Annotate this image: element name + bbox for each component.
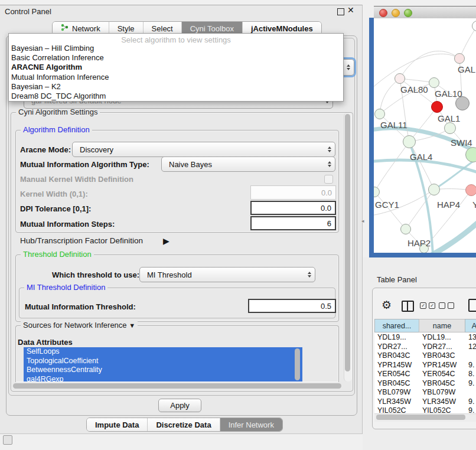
settings-vscroll-thumb[interactable] bbox=[345, 114, 350, 371]
table-cell[interactable]: YER054C bbox=[376, 370, 420, 379]
threshold-definition-title: Threshold Definition bbox=[21, 250, 94, 259]
table-cell[interactable]: YLR345W bbox=[420, 397, 465, 407]
table-cell[interactable]: YBR043C bbox=[376, 351, 420, 361]
apply-button[interactable]: Apply bbox=[158, 399, 201, 412]
tab-impute-data[interactable]: Impute Data bbox=[87, 418, 148, 431]
network-node[interactable] bbox=[429, 77, 439, 88]
mi-threshold-field[interactable]: 0.5 bbox=[248, 299, 336, 313]
apply-button-label: Apply bbox=[170, 401, 190, 410]
mi-steps-field[interactable]: 6 bbox=[250, 216, 336, 230]
list-item[interactable]: SelfLoops bbox=[24, 347, 302, 357]
manual-kernel-width-checkbox[interactable] bbox=[324, 175, 333, 184]
tab-discretize-data[interactable]: Discretize Data bbox=[148, 418, 220, 431]
network-node[interactable] bbox=[400, 224, 411, 234]
table-cell[interactable]: YDR27... bbox=[376, 343, 420, 352]
export-table-icon[interactable] bbox=[468, 299, 476, 312]
table-cell[interactable]: YBR045C bbox=[420, 379, 465, 389]
mi-threshold-label: Mutual Information Threshold: bbox=[25, 302, 136, 311]
kernel-width-field[interactable]: 0.0 bbox=[250, 185, 336, 200]
dpi-tolerance-value: 0.0 bbox=[321, 204, 331, 213]
table-cell[interactable]: 8. bbox=[467, 370, 476, 379]
table-cell[interactable]: YPR145W bbox=[420, 361, 465, 370]
tab-network-label: Network bbox=[72, 24, 100, 33]
table-cell[interactable]: 12 bbox=[467, 343, 476, 352]
splitter-arrow-icon[interactable]: ◂ bbox=[361, 218, 364, 224]
attribute-list-scrollbar[interactable] bbox=[295, 348, 300, 380]
network-node-selected-red[interactable] bbox=[431, 101, 443, 113]
dropdown-item[interactable]: Bayesian – Hill Climbing bbox=[9, 44, 343, 53]
column-header-shared-name[interactable]: shared... bbox=[374, 319, 419, 332]
network-window-titlebar[interactable] bbox=[374, 6, 476, 19]
close-panel-icon[interactable]: ✕ bbox=[347, 5, 354, 15]
network-node-salmon[interactable] bbox=[465, 184, 476, 196]
combo-arrows-icon bbox=[304, 272, 315, 278]
table-cell[interactable]: YBL079W bbox=[420, 388, 465, 397]
hub-disclosure-collapsed-icon[interactable]: ▶ bbox=[163, 236, 169, 246]
table-cell[interactable]: 13 bbox=[467, 333, 476, 343]
dropdown-item[interactable]: Bayesian – K2 bbox=[9, 82, 343, 92]
table-cell[interactable] bbox=[467, 388, 476, 397]
list-item[interactable]: TopologicalCoefficient bbox=[24, 357, 302, 366]
network-node[interactable] bbox=[454, 53, 465, 64]
table-cell[interactable]: YLR345W bbox=[376, 397, 420, 407]
network-view-canvas[interactable]: GAL GAL80 GAL10 GAL1 GAL11 SWI4 GAL4 GCY… bbox=[374, 18, 476, 253]
cyni-bottom-tabbar: Impute Data Discretize Data Infer Networ… bbox=[86, 418, 283, 432]
select-all-columns-icon[interactable]: ✓✓ bbox=[420, 302, 435, 309]
mi-algorithm-type-combo[interactable]: Naive Bayes bbox=[161, 156, 335, 172]
network-node[interactable] bbox=[428, 184, 440, 195]
dropdown-item[interactable]: Basic Correlation Inference bbox=[9, 53, 343, 63]
table-cell[interactable]: YIL052C bbox=[420, 406, 465, 413]
minimized-panel-icon[interactable] bbox=[3, 435, 12, 445]
table-cell[interactable]: YPR145W bbox=[376, 361, 420, 370]
node-label: GAL80 bbox=[400, 84, 428, 94]
dropdown-item[interactable]: Mutual Information Inference bbox=[9, 73, 343, 82]
table-cell[interactable]: 9. bbox=[467, 397, 476, 407]
table-cell[interactable]: YDR27... bbox=[420, 343, 465, 352]
dpi-tolerance-field[interactable]: 0.0 bbox=[250, 201, 336, 215]
settings-hscroll-thumb[interactable] bbox=[13, 383, 341, 389]
combo-arrows-icon bbox=[324, 146, 335, 152]
dropdown-item-selected[interactable]: ARACNE Algorithm bbox=[9, 63, 343, 72]
aracne-mode-combo[interactable]: Discovery bbox=[72, 142, 335, 157]
float-panel-icon[interactable] bbox=[337, 8, 344, 15]
window-close-icon[interactable] bbox=[379, 9, 387, 17]
table-cell[interactable]: 9. bbox=[467, 361, 476, 370]
mi-algorithm-type-label: Mutual Information Algorithm Type: bbox=[20, 160, 149, 169]
node-attribute-table[interactable]: shared... name A YDL19... YDL19... 13 YD… bbox=[374, 319, 476, 413]
table-cell[interactable]: YBL079W bbox=[376, 388, 420, 397]
window-minimize-icon[interactable] bbox=[392, 9, 400, 17]
table-cell[interactable]: YDL19... bbox=[420, 333, 465, 343]
manual-kernel-width-label: Manual Kernel Width Definition bbox=[20, 175, 133, 184]
table-cell[interactable]: 9. bbox=[467, 406, 476, 413]
list-item[interactable]: gal4RGexp bbox=[24, 375, 302, 382]
node-label: HAP4 bbox=[437, 200, 460, 210]
which-threshold-combo[interactable]: MI Threshold bbox=[139, 267, 315, 282]
hub-definition-label[interactable]: Hub/Transcription Factor Definition bbox=[20, 236, 143, 245]
column-header-clipped[interactable]: A bbox=[465, 319, 476, 332]
column-header-name[interactable]: name bbox=[419, 319, 465, 332]
dropdown-item[interactable]: Dream8 DC_TDC Algorithm bbox=[9, 92, 343, 101]
deselect-all-columns-icon[interactable] bbox=[439, 302, 454, 309]
aracne-mode-label: Aracne Mode: bbox=[20, 145, 71, 154]
window-zoom-icon[interactable] bbox=[404, 9, 412, 17]
table-cell[interactable]: YBR043C bbox=[420, 351, 465, 361]
data-attributes-list[interactable]: SelfLoops TopologicalCoefficient Between… bbox=[24, 347, 302, 381]
list-item[interactable]: BetweennessCentrality bbox=[24, 366, 302, 375]
network-node[interactable] bbox=[403, 135, 416, 148]
algorithm-definition-title: Algorithm Definition bbox=[21, 125, 92, 134]
network-node[interactable] bbox=[444, 122, 456, 134]
table-cell[interactable]: YIL052C bbox=[376, 406, 420, 413]
table-cell[interactable]: 9. bbox=[467, 379, 476, 389]
table-cell[interactable]: YDL19... bbox=[376, 333, 420, 343]
table-cell[interactable] bbox=[467, 351, 476, 361]
tab-infer-network[interactable]: Infer Network bbox=[220, 418, 282, 431]
columns-icon[interactable] bbox=[402, 301, 414, 312]
tab-jactivemnodules-label: jActiveMNodules bbox=[251, 24, 313, 33]
sources-disclosure-expanded-icon[interactable]: ▼ bbox=[129, 322, 135, 329]
table-cell[interactable]: YBR045C bbox=[376, 379, 420, 389]
table-hscroll-thumb[interactable] bbox=[376, 415, 465, 420]
network-node[interactable] bbox=[374, 109, 385, 119]
gear-icon[interactable]: ⚙ bbox=[382, 298, 392, 312]
table-cell[interactable]: YER054C bbox=[420, 370, 465, 379]
network-node[interactable] bbox=[395, 73, 405, 84]
